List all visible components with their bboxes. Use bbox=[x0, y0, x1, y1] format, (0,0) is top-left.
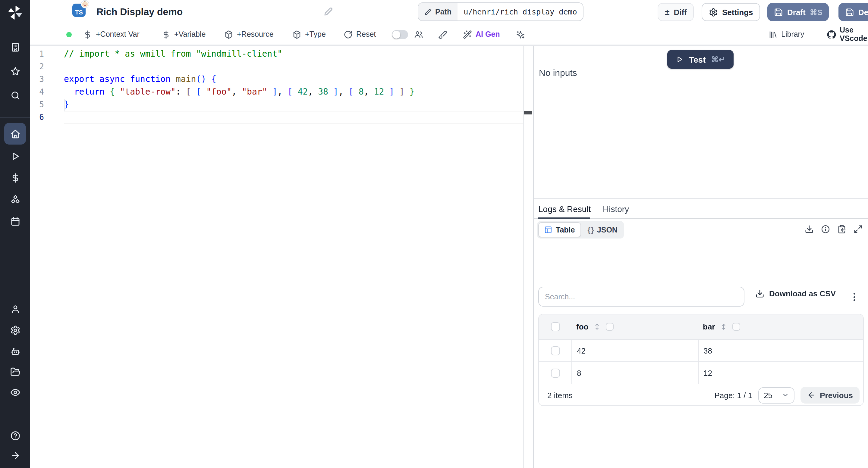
library-button[interactable]: Library bbox=[769, 24, 804, 44]
package-icon bbox=[224, 30, 233, 39]
library-label: Library bbox=[781, 30, 804, 38]
code-line-6 bbox=[64, 111, 523, 124]
add-type-button[interactable]: +Type bbox=[292, 24, 326, 44]
ai-gen-button[interactable]: AI Gen bbox=[463, 24, 500, 44]
sidebar-item-variables[interactable] bbox=[0, 173, 30, 183]
add-resource-label: +Resource bbox=[237, 30, 274, 38]
path-label: Path bbox=[435, 7, 452, 16]
table-search-input[interactable] bbox=[538, 287, 744, 307]
column-bar-filter-checkbox[interactable] bbox=[733, 323, 740, 331]
code-line-1: // import * as wmill from "windmill-clie… bbox=[64, 47, 523, 60]
arrow-left-icon bbox=[807, 391, 815, 399]
copy-to-clipboard-icon[interactable] bbox=[837, 225, 846, 234]
table-row[interactable]: 8 12 bbox=[539, 361, 863, 384]
table-row[interactable]: 42 38 bbox=[539, 339, 863, 361]
path-value[interactable]: u/henri/rich_display_demo bbox=[458, 3, 583, 21]
help-icon[interactable] bbox=[0, 431, 30, 441]
windmill-logo[interactable] bbox=[0, 5, 30, 21]
draft-shortcut: ⌘S bbox=[810, 7, 823, 16]
code-line-4: return { "table-row": [ [ "foo", "bar" ]… bbox=[64, 86, 523, 98]
table-header-row: foo bar bbox=[539, 314, 863, 339]
windmill-script-editor: TS Rich Display demo Path u/henri/rich_d… bbox=[0, 0, 868, 468]
code-lines[interactable]: // import * as wmill from "windmill-clie… bbox=[64, 47, 523, 124]
sidebar-item-account[interactable] bbox=[0, 304, 30, 314]
add-resource-button[interactable]: +Resource bbox=[224, 24, 274, 44]
collaborators-icon[interactable] bbox=[414, 24, 423, 44]
sidebar-item-runs[interactable] bbox=[0, 151, 30, 161]
use-vscode-label: Use VScode bbox=[840, 26, 868, 43]
row-checkbox[interactable] bbox=[551, 368, 560, 377]
info-icon[interactable] bbox=[821, 225, 830, 234]
path-widget[interactable]: Path u/henri/rich_display_demo bbox=[418, 2, 584, 21]
view-toggle-json-label: JSON bbox=[597, 226, 618, 234]
diff-mode-toggle[interactable] bbox=[392, 30, 408, 39]
sort-foo-icon[interactable] bbox=[593, 323, 601, 331]
refresh-icon bbox=[344, 30, 352, 39]
draft-button-label: Draft bbox=[787, 7, 806, 16]
results-area: Table { } JSON Download as CSV bbox=[534, 219, 868, 468]
dollar-icon bbox=[83, 30, 92, 39]
tab-logs-result[interactable]: Logs & Result bbox=[538, 199, 591, 219]
path-label-group: Path bbox=[418, 3, 458, 21]
column-foo-filter-checkbox[interactable] bbox=[606, 323, 614, 331]
download-icon[interactable] bbox=[805, 225, 814, 234]
column-header-bar[interactable]: bar bbox=[703, 322, 715, 331]
expand-sidebar-icon[interactable] bbox=[0, 450, 30, 461]
sidebar-item-workers[interactable] bbox=[0, 346, 30, 357]
code-line-3: export async function main() { bbox=[64, 73, 523, 86]
save-icon bbox=[774, 7, 783, 16]
test-button[interactable]: Test ⌘↵ bbox=[667, 50, 733, 69]
sidebar-item-schedules[interactable] bbox=[0, 216, 30, 227]
page-size-select[interactable]: 25 bbox=[758, 387, 795, 403]
sidebar-item-settings[interactable] bbox=[0, 325, 30, 335]
sparkles-icon[interactable] bbox=[516, 24, 525, 44]
use-vscode-button[interactable]: Use VScode bbox=[827, 24, 868, 44]
diff-button[interactable]: ± Diff bbox=[658, 3, 694, 21]
result-action-icons bbox=[805, 225, 863, 234]
previous-page-button[interactable]: Previous bbox=[801, 387, 860, 404]
braces-icon: { } bbox=[587, 226, 593, 234]
workspace-icon[interactable] bbox=[0, 42, 30, 53]
code-editor[interactable]: 123456 // import * as wmill from "windmi… bbox=[30, 46, 533, 468]
view-toggle: Table { } JSON bbox=[537, 221, 624, 238]
sidebar-item-folders[interactable] bbox=[0, 367, 30, 377]
add-type-label: +Type bbox=[305, 30, 326, 38]
favorites-star-icon[interactable] bbox=[0, 66, 30, 76]
add-context-var-button[interactable]: +Context Var bbox=[83, 24, 140, 44]
reset-button[interactable]: Reset bbox=[344, 24, 376, 44]
page-title: Rich Display demo bbox=[96, 0, 183, 24]
draft-button[interactable]: Draft ⌘S bbox=[767, 3, 829, 21]
add-context-var-label: +Context Var bbox=[96, 30, 140, 38]
no-inputs-text: No inputs bbox=[539, 67, 577, 78]
column-header-foo[interactable]: foo bbox=[576, 322, 588, 331]
deploy-button[interactable]: Deploy bbox=[838, 3, 868, 21]
plus-minus-icon: ± bbox=[665, 8, 670, 16]
sidebar-item-home[interactable] bbox=[4, 123, 26, 144]
path-pencil-icon bbox=[424, 8, 432, 15]
package-icon bbox=[292, 30, 301, 39]
row-checkbox[interactable] bbox=[551, 346, 560, 355]
edit-title-pencil-icon[interactable] bbox=[324, 7, 333, 16]
add-variable-button[interactable]: +Variable bbox=[161, 24, 206, 44]
sidebar-item-audit-logs[interactable] bbox=[0, 387, 30, 398]
sort-bar-icon[interactable] bbox=[720, 323, 727, 331]
search-icon[interactable] bbox=[0, 90, 30, 101]
save-icon bbox=[845, 7, 854, 16]
scrollbar-cursor-mark[interactable] bbox=[524, 111, 532, 114]
deploy-button-label: Deploy bbox=[858, 7, 868, 16]
view-toggle-table[interactable]: Table bbox=[538, 222, 581, 237]
expand-icon[interactable] bbox=[854, 225, 863, 234]
table-icon bbox=[544, 226, 552, 234]
tab-history[interactable]: History bbox=[603, 199, 629, 219]
header: TS Rich Display demo Path u/henri/rich_d… bbox=[30, 0, 868, 24]
format-brush-icon[interactable] bbox=[438, 24, 447, 44]
gear-icon bbox=[709, 7, 718, 16]
select-all-checkbox[interactable] bbox=[551, 322, 560, 331]
download-icon bbox=[755, 289, 764, 298]
download-csv-button[interactable]: Download as CSV bbox=[755, 289, 836, 298]
table-options-kebab-menu[interactable] bbox=[850, 290, 858, 304]
result-table: foo bar 42 38 8 bbox=[538, 314, 864, 406]
sidebar-item-resources[interactable] bbox=[0, 195, 30, 205]
settings-button[interactable]: Settings bbox=[702, 3, 761, 21]
view-toggle-json[interactable]: { } JSON bbox=[582, 222, 623, 237]
